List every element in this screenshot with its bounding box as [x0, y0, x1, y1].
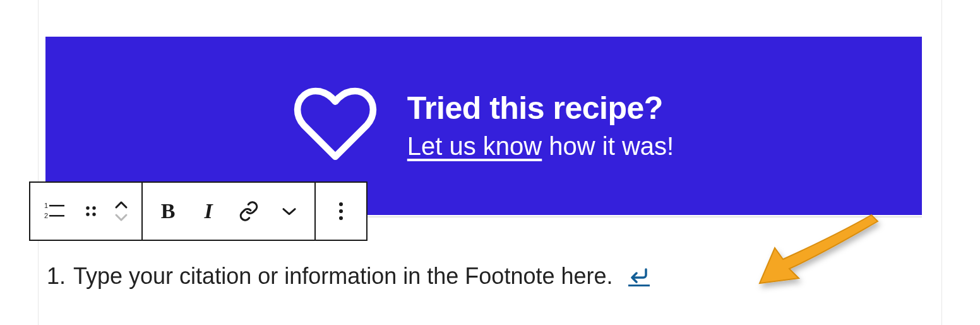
bold-button[interactable]: B	[148, 183, 188, 240]
more-rich-text-dropdown[interactable]	[269, 183, 309, 240]
heart-icon	[294, 87, 377, 164]
svg-text:2: 2	[44, 212, 48, 219]
move-up-down-button[interactable]	[106, 183, 136, 240]
svg-point-4	[86, 206, 89, 209]
italic-button[interactable]: I	[188, 183, 229, 240]
drag-handle-icon[interactable]	[76, 183, 106, 240]
link-button[interactable]	[229, 183, 269, 240]
footnote-item[interactable]: 1. Type your citation or information in …	[47, 263, 650, 290]
footnote-number: 1.	[47, 263, 66, 290]
svg-point-9	[339, 209, 343, 213]
banner-subtext: Let us know how it was!	[407, 132, 674, 161]
svg-point-8	[339, 202, 343, 206]
svg-rect-3	[49, 215, 64, 217]
svg-point-5	[92, 206, 95, 209]
banner-title: Tried this recipe?	[407, 91, 674, 126]
banner-cta-link[interactable]: Let us know	[407, 132, 542, 160]
footnote-return-link[interactable]	[628, 267, 650, 286]
options-menu-button[interactable]	[321, 183, 361, 240]
svg-point-7	[92, 212, 95, 216]
svg-rect-1	[49, 205, 64, 207]
footnote-text[interactable]: Type your citation or information in the…	[73, 263, 612, 290]
svg-point-10	[339, 216, 343, 220]
svg-point-6	[86, 212, 89, 216]
banner-tail-text: how it was!	[542, 132, 674, 160]
footnotes-block-icon[interactable]: 1 2	[35, 183, 76, 240]
block-toolbar: 1 2 B I	[29, 181, 368, 241]
svg-text:1: 1	[44, 202, 48, 209]
